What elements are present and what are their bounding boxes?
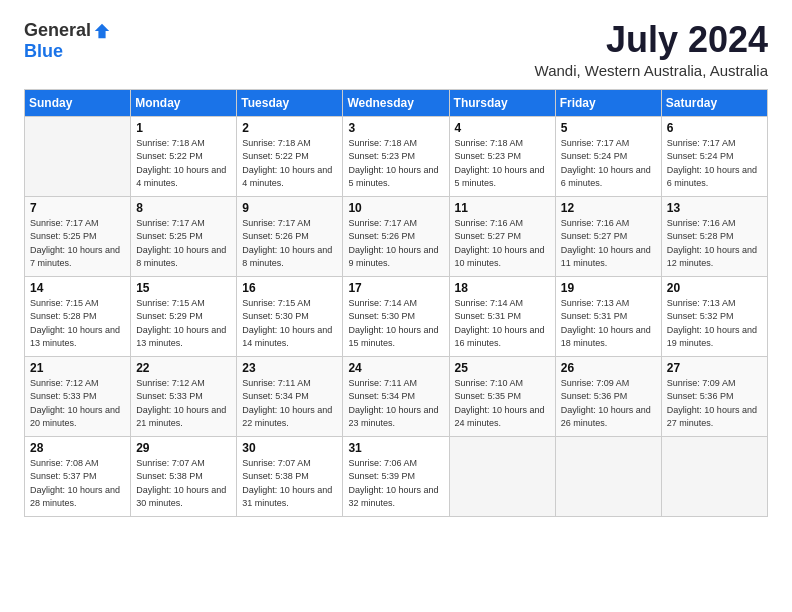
calendar-cell: 31Sunrise: 7:06 AMSunset: 5:39 PMDayligh… [343,436,449,516]
day-info: Sunrise: 7:06 AMSunset: 5:39 PMDaylight:… [348,458,438,509]
day-number: 7 [30,201,125,215]
day-info: Sunrise: 7:17 AMSunset: 5:26 PMDaylight:… [242,218,332,269]
day-info: Sunrise: 7:14 AMSunset: 5:31 PMDaylight:… [455,298,545,349]
day-info: Sunrise: 7:14 AMSunset: 5:30 PMDaylight:… [348,298,438,349]
day-info: Sunrise: 7:16 AMSunset: 5:27 PMDaylight:… [455,218,545,269]
title-block: July 2024 Wandi, Western Australia, Aust… [535,20,768,79]
calendar-cell: 4Sunrise: 7:18 AMSunset: 5:23 PMDaylight… [449,116,555,196]
calendar-cell: 29Sunrise: 7:07 AMSunset: 5:38 PMDayligh… [131,436,237,516]
calendar-cell: 10Sunrise: 7:17 AMSunset: 5:26 PMDayligh… [343,196,449,276]
calendar-cell: 17Sunrise: 7:14 AMSunset: 5:30 PMDayligh… [343,276,449,356]
weekday-header-sunday: Sunday [25,89,131,116]
calendar-cell: 28Sunrise: 7:08 AMSunset: 5:37 PMDayligh… [25,436,131,516]
calendar-cell: 14Sunrise: 7:15 AMSunset: 5:28 PMDayligh… [25,276,131,356]
calendar-cell: 19Sunrise: 7:13 AMSunset: 5:31 PMDayligh… [555,276,661,356]
day-info: Sunrise: 7:17 AMSunset: 5:24 PMDaylight:… [561,138,651,189]
day-info: Sunrise: 7:15 AMSunset: 5:28 PMDaylight:… [30,298,120,349]
calendar-cell [661,436,767,516]
day-number: 14 [30,281,125,295]
calendar-cell: 3Sunrise: 7:18 AMSunset: 5:23 PMDaylight… [343,116,449,196]
day-info: Sunrise: 7:09 AMSunset: 5:36 PMDaylight:… [667,378,757,429]
day-info: Sunrise: 7:15 AMSunset: 5:30 PMDaylight:… [242,298,332,349]
day-info: Sunrise: 7:09 AMSunset: 5:36 PMDaylight:… [561,378,651,429]
calendar-cell: 25Sunrise: 7:10 AMSunset: 5:35 PMDayligh… [449,356,555,436]
day-info: Sunrise: 7:16 AMSunset: 5:28 PMDaylight:… [667,218,757,269]
location-title: Wandi, Western Australia, Australia [535,62,768,79]
calendar-cell: 24Sunrise: 7:11 AMSunset: 5:34 PMDayligh… [343,356,449,436]
calendar-cell: 13Sunrise: 7:16 AMSunset: 5:28 PMDayligh… [661,196,767,276]
calendar-cell: 6Sunrise: 7:17 AMSunset: 5:24 PMDaylight… [661,116,767,196]
day-info: Sunrise: 7:15 AMSunset: 5:29 PMDaylight:… [136,298,226,349]
calendar-cell: 7Sunrise: 7:17 AMSunset: 5:25 PMDaylight… [25,196,131,276]
day-info: Sunrise: 7:10 AMSunset: 5:35 PMDaylight:… [455,378,545,429]
day-info: Sunrise: 7:17 AMSunset: 5:24 PMDaylight:… [667,138,757,189]
logo-icon [93,22,111,40]
day-number: 18 [455,281,550,295]
calendar-week-row: 14Sunrise: 7:15 AMSunset: 5:28 PMDayligh… [25,276,768,356]
day-number: 19 [561,281,656,295]
day-info: Sunrise: 7:07 AMSunset: 5:38 PMDaylight:… [242,458,332,509]
day-number: 9 [242,201,337,215]
calendar-cell [25,116,131,196]
day-info: Sunrise: 7:16 AMSunset: 5:27 PMDaylight:… [561,218,651,269]
day-info: Sunrise: 7:07 AMSunset: 5:38 PMDaylight:… [136,458,226,509]
day-info: Sunrise: 7:18 AMSunset: 5:23 PMDaylight:… [348,138,438,189]
weekday-header-row: SundayMondayTuesdayWednesdayThursdayFrid… [25,89,768,116]
calendar-cell: 12Sunrise: 7:16 AMSunset: 5:27 PMDayligh… [555,196,661,276]
day-number: 8 [136,201,231,215]
weekday-header-wednesday: Wednesday [343,89,449,116]
day-number: 10 [348,201,443,215]
page-header: General Blue July 2024 Wandi, Western Au… [24,20,768,79]
weekday-header-tuesday: Tuesday [237,89,343,116]
calendar-cell: 15Sunrise: 7:15 AMSunset: 5:29 PMDayligh… [131,276,237,356]
day-number: 3 [348,121,443,135]
day-number: 24 [348,361,443,375]
weekday-header-friday: Friday [555,89,661,116]
calendar-week-row: 28Sunrise: 7:08 AMSunset: 5:37 PMDayligh… [25,436,768,516]
calendar-cell: 8Sunrise: 7:17 AMSunset: 5:25 PMDaylight… [131,196,237,276]
weekday-header-saturday: Saturday [661,89,767,116]
day-number: 5 [561,121,656,135]
day-info: Sunrise: 7:12 AMSunset: 5:33 PMDaylight:… [136,378,226,429]
calendar-cell: 11Sunrise: 7:16 AMSunset: 5:27 PMDayligh… [449,196,555,276]
calendar-cell: 27Sunrise: 7:09 AMSunset: 5:36 PMDayligh… [661,356,767,436]
calendar-cell: 26Sunrise: 7:09 AMSunset: 5:36 PMDayligh… [555,356,661,436]
day-number: 11 [455,201,550,215]
day-number: 4 [455,121,550,135]
day-number: 31 [348,441,443,455]
day-number: 26 [561,361,656,375]
day-info: Sunrise: 7:17 AMSunset: 5:25 PMDaylight:… [136,218,226,269]
day-info: Sunrise: 7:11 AMSunset: 5:34 PMDaylight:… [348,378,438,429]
weekday-header-thursday: Thursday [449,89,555,116]
day-number: 25 [455,361,550,375]
day-info: Sunrise: 7:17 AMSunset: 5:26 PMDaylight:… [348,218,438,269]
calendar-cell: 21Sunrise: 7:12 AMSunset: 5:33 PMDayligh… [25,356,131,436]
calendar-week-row: 7Sunrise: 7:17 AMSunset: 5:25 PMDaylight… [25,196,768,276]
day-info: Sunrise: 7:17 AMSunset: 5:25 PMDaylight:… [30,218,120,269]
day-number: 30 [242,441,337,455]
day-number: 28 [30,441,125,455]
calendar-week-row: 21Sunrise: 7:12 AMSunset: 5:33 PMDayligh… [25,356,768,436]
day-number: 1 [136,121,231,135]
day-info: Sunrise: 7:13 AMSunset: 5:31 PMDaylight:… [561,298,651,349]
calendar-table: SundayMondayTuesdayWednesdayThursdayFrid… [24,89,768,517]
day-number: 6 [667,121,762,135]
calendar-week-row: 1Sunrise: 7:18 AMSunset: 5:22 PMDaylight… [25,116,768,196]
calendar-cell: 20Sunrise: 7:13 AMSunset: 5:32 PMDayligh… [661,276,767,356]
day-number: 15 [136,281,231,295]
calendar-cell: 2Sunrise: 7:18 AMSunset: 5:22 PMDaylight… [237,116,343,196]
calendar-cell: 5Sunrise: 7:17 AMSunset: 5:24 PMDaylight… [555,116,661,196]
calendar-cell: 16Sunrise: 7:15 AMSunset: 5:30 PMDayligh… [237,276,343,356]
calendar-cell: 1Sunrise: 7:18 AMSunset: 5:22 PMDaylight… [131,116,237,196]
calendar-cell: 23Sunrise: 7:11 AMSunset: 5:34 PMDayligh… [237,356,343,436]
logo-general-text: General [24,20,91,41]
day-number: 12 [561,201,656,215]
day-number: 20 [667,281,762,295]
day-info: Sunrise: 7:12 AMSunset: 5:33 PMDaylight:… [30,378,120,429]
day-info: Sunrise: 7:11 AMSunset: 5:34 PMDaylight:… [242,378,332,429]
logo-blue-text: Blue [24,41,63,62]
day-number: 16 [242,281,337,295]
calendar-cell [555,436,661,516]
day-info: Sunrise: 7:18 AMSunset: 5:23 PMDaylight:… [455,138,545,189]
day-info: Sunrise: 7:18 AMSunset: 5:22 PMDaylight:… [136,138,226,189]
